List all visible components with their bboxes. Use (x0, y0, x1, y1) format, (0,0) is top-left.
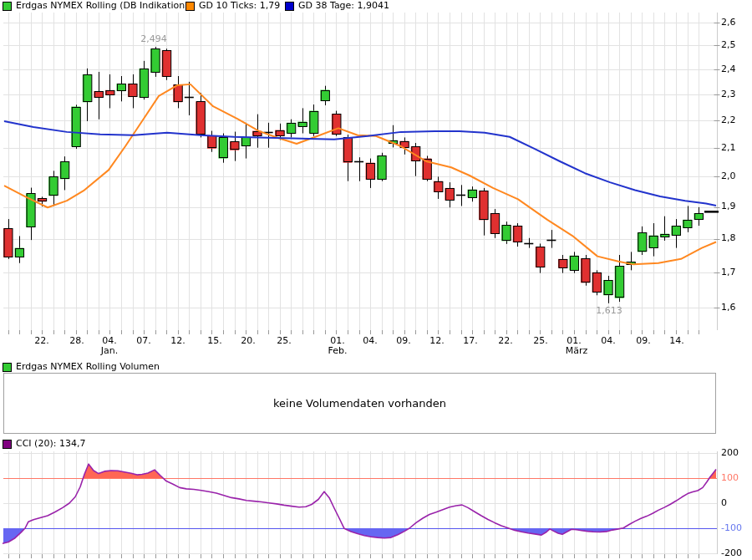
main-chart-legend: Erdgas NYMEX Rolling (DB Indikation) GD … (0, 1, 752, 12)
instrument-series-label: Erdgas NYMEX Rolling (DB Indikation) (16, 1, 188, 11)
volume-legend: Erdgas NYMEX Rolling Volumen (0, 362, 752, 373)
cci-series-label: CCI (20): 134,7 (16, 439, 85, 449)
legend-item-gd10: GD 10 Ticks: 1,79 (185, 1, 280, 11)
legend-item-cci: CCI (20): 134,7 (3, 439, 85, 449)
volume-series-label: Erdgas NYMEX Rolling Volumen (16, 362, 160, 372)
cci-series-swatch (3, 440, 12, 449)
chart-window: Erdgas NYMEX Rolling (DB Indikation) GD … (0, 0, 752, 560)
no-volume-data-message: keine Volumendaten vorhanden (273, 397, 446, 410)
legend-item-gd38: GD 38 Tage: 1,9041 (285, 1, 389, 11)
price-and-cci-chart-canvas (0, 0, 752, 560)
gd10-series-swatch (185, 2, 195, 11)
volume-series-swatch (3, 363, 12, 372)
cci-legend: CCI (20): 134,7 (0, 439, 752, 450)
gd38-series-label: GD 38 Tage: 1,9041 (298, 1, 389, 11)
legend-item-volume: Erdgas NYMEX Rolling Volumen (3, 362, 160, 372)
volume-panel: keine Volumendaten vorhanden (3, 373, 716, 434)
instrument-series-swatch (3, 2, 12, 11)
gd10-series-label: GD 10 Ticks: 1,79 (199, 1, 280, 11)
gd38-series-swatch (285, 2, 294, 11)
legend-item-instrument: Erdgas NYMEX Rolling (DB Indikation) (3, 1, 188, 11)
